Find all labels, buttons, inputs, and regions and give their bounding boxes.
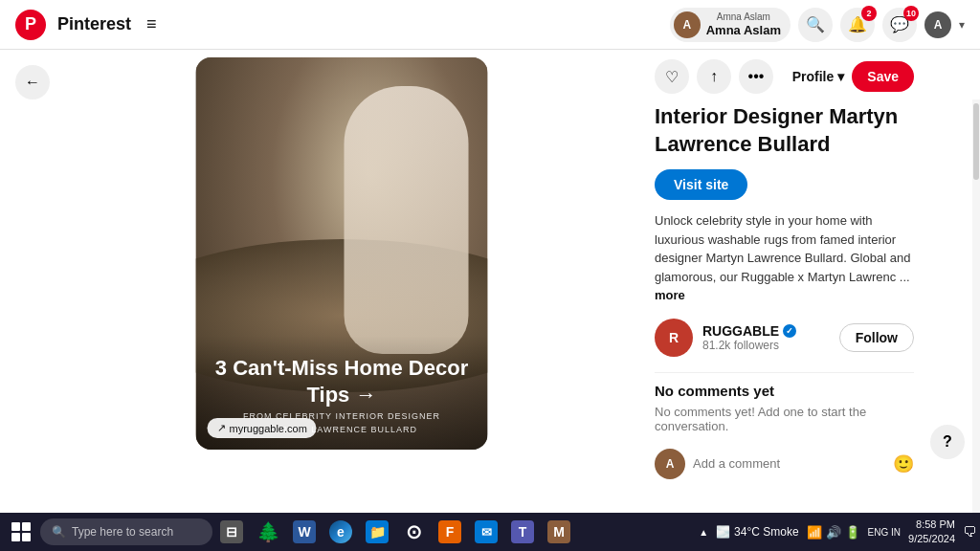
help-icon: ? <box>943 433 952 451</box>
comment-avatar: A <box>655 449 685 479</box>
network-icon: 📶 <box>807 525 822 540</box>
notification-badge: 2 <box>861 6 877 21</box>
pin-actions: ♡ ↑ ••• Profile ▾ Save <box>655 59 914 94</box>
publisher-avatar: R <box>655 319 693 357</box>
pinterest-wordmark: Pinterest <box>57 14 131 34</box>
edge-icon: e <box>329 520 352 543</box>
taskbar-right: ▲ 🌫️ 34°C Smoke 📶 🔊 🔋 ENG IN 8:58 PM 9/2… <box>699 518 976 547</box>
profile-chevron-icon: ▾ <box>837 69 844 84</box>
chevron-down-icon: ▾ <box>959 18 965 32</box>
user-avatar: A <box>674 11 701 38</box>
taskbar-app-mail[interactable]: ✉ <box>469 515 503 549</box>
taskbar-clock: 8:58 PM 9/25/2024 <box>908 518 955 547</box>
comment-input[interactable] <box>693 456 885 471</box>
battery-icon: 🔋 <box>845 525 860 540</box>
taskbar-search-icon: 🔍 <box>52 525 66 539</box>
taskbar-system-icons: 📶 🔊 🔋 <box>807 525 860 540</box>
pin-image: 3 Can't-Miss Home Decor Tips → FROM CELE… <box>196 57 488 450</box>
taskbar-app-word[interactable]: W <box>287 515 322 549</box>
pin-image-text: 3 Can't-Miss Home Decor Tips → <box>215 355 469 408</box>
taskview-icon: ⊟ <box>220 520 243 543</box>
heart-icon: ♡ <box>665 68 679 86</box>
taskbar-weather: 🌫️ 34°C Smoke <box>716 525 799 539</box>
user-name-main: Amna Aslam <box>706 23 781 38</box>
files-icon: 📁 <box>366 520 389 543</box>
publisher-info: RUGGABLE ✓ 81.2k followers <box>702 323 830 352</box>
divider <box>655 372 914 373</box>
profile-app-icon: M <box>547 520 570 543</box>
scroll-thumb[interactable] <box>973 103 979 180</box>
taskbar-time-line2: 9/25/2024 <box>908 532 955 546</box>
publisher-followers: 81.2k followers <box>702 339 830 352</box>
header: P Pinterest ≡ A Amna Aslam Amna Aslam 🔍 … <box>0 0 980 50</box>
pin-image-link-text: myruggable.com <box>230 423 307 434</box>
taskbar-app-files[interactable]: 📁 <box>360 515 394 549</box>
user-menu-button[interactable]: A Amna Aslam Amna Aslam <box>670 8 791 42</box>
mail-icon: ✉ <box>475 520 498 543</box>
pinterest-logo-icon[interactable]: P <box>15 10 46 40</box>
more-link[interactable]: more <box>655 288 685 302</box>
taskbar-app-forest[interactable]: 🌲 <box>251 515 285 549</box>
notifications-button[interactable]: 🔔 2 <box>840 8 875 42</box>
publisher-name: RUGGABLE ✓ <box>702 323 830 339</box>
weather-text: 34°C Smoke <box>734 525 799 539</box>
taskbar-app-teams[interactable]: T <box>505 515 540 549</box>
header-right: A Amna Aslam Amna Aslam 🔍 🔔 2 💬 10 A ▾ <box>670 8 965 42</box>
more-options-button[interactable]: ••• <box>739 59 773 94</box>
help-button[interactable]: ? <box>930 425 965 459</box>
taskbar-time-line1: 8:58 PM <box>908 518 955 532</box>
profile-label: Profile <box>792 69 835 84</box>
taskbar-app-firefox[interactable]: F <box>433 515 467 549</box>
start-button[interactable] <box>4 515 38 549</box>
pin-title: Interior Designer Martyn Lawrence Bullar… <box>655 103 914 158</box>
share-button[interactable]: ↑ <box>697 59 731 94</box>
user-name-block: Amna Aslam Amna Aslam <box>706 11 781 38</box>
pin-image-container: 3 Can't-Miss Home Decor Tips → FROM CELE… <box>196 50 488 513</box>
taskbar-app-profile[interactable]: M <box>542 515 576 549</box>
more-icon: ••• <box>748 68 765 85</box>
user-name-small: Amna Aslam <box>706 11 781 23</box>
volume-icon: 🔊 <box>826 525 841 540</box>
pin-image-link[interactable]: ↗ myruggable.com <box>208 418 317 438</box>
save-button[interactable]: Save <box>852 61 914 92</box>
taskbar-arrow-icon[interactable]: ▲ <box>699 527 708 538</box>
emoji-icon: 🙂 <box>893 454 914 474</box>
follow-button[interactable]: Follow <box>839 323 914 352</box>
forest-icon: 🌲 <box>256 520 279 543</box>
visit-site-button[interactable]: Visit site <box>655 169 747 200</box>
search-icon: 🔍 <box>806 15 825 33</box>
emoji-button[interactable]: 🙂 <box>893 453 914 474</box>
taskbar: 🔍 Type here to search ⊟ 🌲 W e 📁 ⊙ F ✉ T … <box>0 513 980 551</box>
firefox-icon: F <box>438 520 461 543</box>
notification-center-icon[interactable]: 🗨 <box>963 524 976 540</box>
verified-badge-icon: ✓ <box>783 324 796 338</box>
main-content: ← 3 Can't-Miss Home Decor Tips → FROM CE… <box>0 50 980 513</box>
search-button[interactable]: 🔍 <box>798 8 833 42</box>
weather-icon: 🌫️ <box>716 525 730 539</box>
share-icon: ↑ <box>710 68 718 85</box>
heart-button[interactable]: ♡ <box>655 59 689 94</box>
language-indicator: ENG IN <box>868 526 901 539</box>
taskbar-app-edge[interactable]: e <box>323 515 358 549</box>
hamburger-icon[interactable]: ≡ <box>146 14 157 34</box>
profile-button[interactable]: Profile ▾ <box>792 69 845 84</box>
chrome-icon: ⊙ <box>402 520 425 543</box>
no-comments-text: No comments yet! Add one to start the co… <box>655 405 914 433</box>
taskbar-search-placeholder: Type here to search <box>72 525 173 539</box>
word-icon: W <box>293 520 316 543</box>
back-button[interactable]: ← <box>15 65 50 99</box>
messages-button[interactable]: 💬 10 <box>882 8 917 42</box>
teams-icon: T <box>511 520 534 543</box>
external-link-icon: ↗ <box>217 422 226 434</box>
message-badge: 10 <box>903 6 919 21</box>
taskbar-app-taskview[interactable]: ⊟ <box>214 515 249 549</box>
back-arrow-icon: ← <box>25 74 40 91</box>
publisher-row: R RUGGABLE ✓ 81.2k followers Follow <box>655 319 914 357</box>
taskbar-app-chrome[interactable]: ⊙ <box>396 515 431 549</box>
comment-input-row: A 🙂 <box>655 449 914 479</box>
taskbar-search[interactable]: 🔍 Type here to search <box>40 518 212 545</box>
no-comments-title: No comments yet <box>655 383 914 399</box>
right-panel: ♡ ↑ ••• Profile ▾ Save Interior Designer… <box>643 50 925 513</box>
person-figure <box>345 86 469 354</box>
scroll-track <box>972 99 980 551</box>
